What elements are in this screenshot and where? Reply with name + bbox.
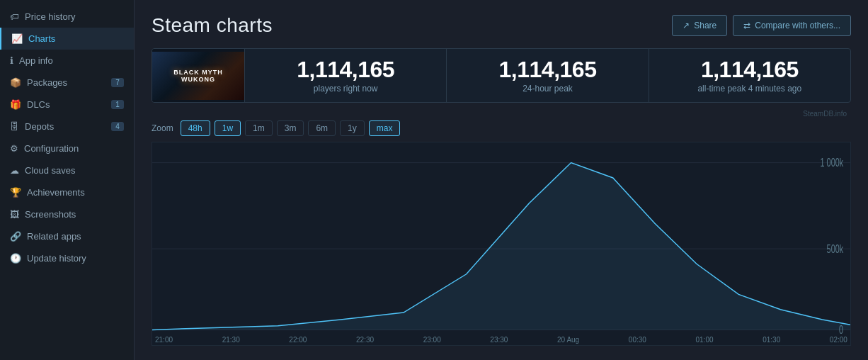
related-apps-icon: 🔗 xyxy=(10,231,21,242)
header-row: Steam charts ↗ Share ⇄ Compare with othe… xyxy=(152,14,851,37)
sidebar-item-label: Price history xyxy=(25,11,76,22)
sidebar-item-achievements[interactable]: 🏆 Achievements xyxy=(0,181,134,203)
sidebar-item-label: Configuration xyxy=(24,143,79,154)
stat-players-now: 1,114,165 players right now xyxy=(244,49,446,102)
compare-icon: ⇄ xyxy=(743,21,750,30)
update-history-icon: 🕐 xyxy=(10,253,21,264)
alltime-peak-value: 1,114,165 xyxy=(701,57,799,82)
packages-icon: 📦 xyxy=(10,77,21,88)
zoom-1y[interactable]: 1y xyxy=(340,120,365,136)
sidebar-item-price-history[interactable]: 🏷 Price history xyxy=(0,6,134,28)
svg-marker-6 xyxy=(152,163,850,330)
sidebar-item-configuration[interactable]: ⚙ Configuration xyxy=(0,137,134,159)
game-thumbnail: BLACK MYTHWUKONG xyxy=(152,49,244,102)
chart-controls: Zoom 48h 1w 1m 3m 6m 1y max xyxy=(152,120,851,136)
sidebar-item-label: Charts xyxy=(28,33,55,44)
packages-badge: 7 xyxy=(111,78,124,87)
share-icon: ↗ xyxy=(683,21,690,30)
depots-icon: 🗄 xyxy=(10,121,19,132)
sidebar-item-related-apps[interactable]: 🔗 Related apps xyxy=(0,225,134,247)
x-label-0100: 01:00 xyxy=(696,336,714,344)
charts-icon: 📈 xyxy=(11,33,23,44)
sidebar-item-packages[interactable]: 📦 Packages 7 xyxy=(0,72,134,94)
sidebar-item-label: DLCs xyxy=(27,99,50,110)
sidebar-item-label: Cloud saves xyxy=(25,165,76,176)
app-info-icon: ℹ xyxy=(10,55,13,66)
svg-text:1 000k: 1 000k xyxy=(821,157,844,169)
zoom-max[interactable]: max xyxy=(369,120,401,136)
sidebar-item-screenshots[interactable]: 🖼 Screenshots xyxy=(0,203,134,225)
zoom-1m[interactable]: 1m xyxy=(245,120,273,136)
main-content: Steam charts ↗ Share ⇄ Compare with othe… xyxy=(135,0,868,360)
sidebar-item-label: App info xyxy=(19,55,53,66)
compare-label: Compare with others... xyxy=(755,21,840,30)
configuration-icon: ⚙ xyxy=(10,143,18,154)
share-button[interactable]: ↗ Share xyxy=(672,15,727,36)
sidebar-item-update-history[interactable]: 🕐 Update history xyxy=(0,247,134,269)
players-now-value: 1,114,165 xyxy=(297,57,394,82)
x-label-2200: 22:00 xyxy=(289,336,307,344)
sidebar-item-label: Related apps xyxy=(27,231,81,242)
game-title-text: BLACK MYTHWUKONG xyxy=(173,69,223,83)
x-label-2330: 23:30 xyxy=(490,336,508,344)
sidebar-item-cloud-saves[interactable]: ☁ Cloud saves xyxy=(0,159,134,181)
zoom-label: Zoom xyxy=(152,123,173,133)
x-label-2130: 21:30 xyxy=(222,336,240,344)
x-label-20aug: 20 Aug xyxy=(557,336,579,344)
sidebar-item-depots[interactable]: 🗄 Depots 4 xyxy=(0,116,134,137)
x-label-2230: 22:30 xyxy=(356,336,374,344)
dlcs-badge: 1 xyxy=(111,100,124,109)
screenshots-icon: 🖼 xyxy=(10,209,19,220)
x-axis: 21:00 21:30 22:00 22:30 23:00 23:30 20 A… xyxy=(152,336,850,344)
sidebar: 🏷 Price history 📈 Charts ℹ App info 📦 Pa… xyxy=(0,0,135,360)
price-history-icon: 🏷 xyxy=(10,11,19,22)
peak-24h-label: 24-hour peak xyxy=(522,84,573,94)
alltime-peak-label: all-time peak 4 minutes ago xyxy=(697,84,801,94)
zoom-48h[interactable]: 48h xyxy=(181,120,210,136)
header-actions: ↗ Share ⇄ Compare with others... xyxy=(672,15,851,36)
svg-text:500k: 500k xyxy=(827,243,844,255)
achievements-icon: 🏆 xyxy=(10,187,21,198)
share-label: Share xyxy=(694,21,716,30)
zoom-3m[interactable]: 3m xyxy=(277,120,304,136)
chart-svg: 1 000k 500k 0 xyxy=(152,142,850,345)
page-title: Steam charts xyxy=(152,14,273,37)
sidebar-item-charts[interactable]: 📈 Charts xyxy=(0,28,134,50)
x-label-0030: 00:30 xyxy=(629,336,646,344)
sidebar-item-label: Depots xyxy=(25,121,54,132)
dlcs-icon: 🎁 xyxy=(10,99,21,110)
stat-alltime-peak: 1,114,165 all-time peak 4 minutes ago xyxy=(649,49,850,102)
depots-badge: 4 xyxy=(111,122,124,131)
stats-bar: BLACK MYTHWUKONG 1,114,165 players right… xyxy=(152,48,851,103)
game-thumb-image: BLACK MYTHWUKONG xyxy=(152,52,244,100)
x-label-2100: 21:00 xyxy=(155,336,173,344)
cloud-saves-icon: ☁ xyxy=(10,165,19,176)
players-now-label: players right now xyxy=(314,84,378,94)
sidebar-item-label: Achievements xyxy=(27,187,85,198)
x-label-2300: 23:00 xyxy=(423,336,441,344)
sidebar-item-label: Screenshots xyxy=(25,209,76,220)
sidebar-item-app-info[interactable]: ℹ App info xyxy=(0,50,134,72)
x-label-0200: 02:00 xyxy=(830,336,847,344)
watermark: SteamDB.info xyxy=(152,108,851,119)
sidebar-item-label: Update history xyxy=(27,253,86,264)
x-label-0130: 01:30 xyxy=(763,336,780,344)
stat-peak-24h: 1,114,165 24-hour peak xyxy=(446,49,648,102)
sidebar-item-dlcs[interactable]: 🎁 DLCs 1 xyxy=(0,94,134,116)
zoom-6m[interactable]: 6m xyxy=(308,120,336,136)
compare-button[interactable]: ⇄ Compare with others... xyxy=(733,15,851,36)
chart-area: 1 000k 500k 0 21:00 21:30 22:00 22:30 23… xyxy=(152,142,851,346)
zoom-1w[interactable]: 1w xyxy=(215,120,241,136)
peak-24h-value: 1,114,165 xyxy=(499,57,597,82)
sidebar-item-label: Packages xyxy=(27,77,67,88)
